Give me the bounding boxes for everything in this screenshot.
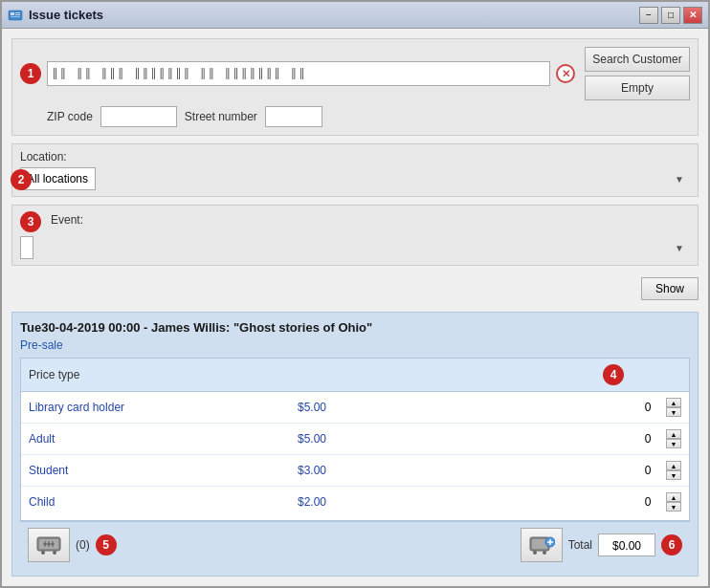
svg-point-7 bbox=[41, 551, 45, 555]
show-row: Show bbox=[11, 273, 699, 304]
location-label: Location: bbox=[20, 150, 690, 163]
main-content: 1 ✕ Search Customer Empty ZIP code Stree… bbox=[2, 29, 708, 586]
total-area: Total $0.00 6 bbox=[521, 528, 682, 562]
ticket-section: Tue30-04-2019 00:00 - James Willis: "Gho… bbox=[11, 312, 699, 577]
location-row: All locations ▼ 2 bbox=[20, 167, 690, 190]
empty-button[interactable]: Empty bbox=[585, 76, 690, 100]
right-buttons: Search Customer Empty bbox=[585, 47, 690, 100]
svg-rect-3 bbox=[15, 14, 20, 15]
event-title: Tue30-04-2019 00:00 - James Willis: "Gho… bbox=[20, 320, 690, 335]
clear-barcode-button[interactable]: ✕ bbox=[556, 64, 575, 83]
svg-rect-2 bbox=[15, 12, 20, 13]
cart-count: (0) bbox=[76, 538, 90, 552]
step-5-indicator: 5 bbox=[96, 534, 117, 555]
main-window: Issue tickets − □ ✕ 1 ✕ Search Customer … bbox=[0, 0, 710, 588]
quantity-up-button[interactable]: ▲ bbox=[666, 492, 681, 502]
quantity-up-button[interactable]: ▲ bbox=[666, 429, 681, 439]
location-dropdown-arrow: ▼ bbox=[675, 174, 684, 185]
event-dropdown-arrow: ▼ bbox=[675, 243, 684, 253]
window-icon bbox=[8, 8, 23, 23]
event-row: ▼ bbox=[20, 236, 690, 259]
quantity-down-button[interactable]: ▼ bbox=[666, 439, 681, 448]
quantity-value: 0 bbox=[633, 495, 662, 509]
price-amount: $3.00 bbox=[298, 464, 365, 477]
price-table-header: Price type 4 bbox=[21, 359, 689, 392]
price-row: Student $3.00 0 ▲ ▼ bbox=[21, 455, 689, 487]
price-name: Student bbox=[29, 464, 298, 477]
cart-area: (0) 5 bbox=[28, 528, 117, 562]
price-row: Library card holder $5.00 0 ▲ ▼ bbox=[21, 392, 689, 424]
event-section: 3 Event: ▼ bbox=[11, 205, 699, 266]
quantity-spinners: ▲ ▼ bbox=[666, 398, 681, 417]
event-dropdown[interactable] bbox=[20, 236, 33, 259]
barcode-row: 1 ✕ Search Customer Empty bbox=[20, 47, 690, 100]
price-name: Library card holder bbox=[29, 401, 298, 414]
event-dropdown-wrapper: ▼ bbox=[20, 236, 690, 259]
close-button[interactable]: ✕ bbox=[683, 7, 702, 24]
quantity-control: 0 ▲ ▼ bbox=[633, 461, 681, 480]
title-bar: Issue tickets − □ ✕ bbox=[2, 2, 708, 29]
barcode-input[interactable] bbox=[47, 61, 550, 86]
street-label: Street number bbox=[185, 110, 257, 123]
quantity-control: 0 ▲ ▼ bbox=[633, 429, 681, 448]
quantity-down-button[interactable]: ▼ bbox=[666, 470, 681, 480]
total-label: Total bbox=[568, 538, 592, 552]
title-controls: − □ ✕ bbox=[639, 7, 702, 24]
maximize-button[interactable]: □ bbox=[661, 7, 680, 24]
total-value: $0.00 bbox=[598, 534, 655, 556]
add-cart-icon bbox=[528, 534, 555, 556]
price-amount: $5.00 bbox=[298, 401, 365, 414]
search-customer-button[interactable]: Search Customer bbox=[585, 47, 690, 72]
price-amount: $5.00 bbox=[298, 432, 365, 446]
price-amount: $2.00 bbox=[298, 495, 365, 509]
minimize-button[interactable]: − bbox=[639, 7, 658, 24]
step-3-indicator: 3 bbox=[20, 211, 41, 232]
quantity-value: 0 bbox=[633, 432, 662, 446]
zip-label: ZIP code bbox=[47, 110, 93, 123]
event-label: Event: bbox=[51, 213, 83, 227]
svg-point-8 bbox=[53, 551, 56, 555]
presale-label: Pre-sale bbox=[20, 338, 690, 352]
title-bar-left: Issue tickets bbox=[8, 8, 103, 23]
zip-input[interactable] bbox=[100, 106, 177, 127]
view-cart-button[interactable] bbox=[28, 528, 70, 562]
step-1-indicator: 1 bbox=[20, 63, 41, 84]
add-to-cart-button[interactable] bbox=[521, 528, 563, 562]
show-button[interactable]: Show bbox=[641, 277, 699, 300]
quantity-value: 0 bbox=[633, 464, 662, 477]
quantity-up-button[interactable]: ▲ bbox=[666, 398, 681, 407]
step-4-indicator: 4 bbox=[603, 364, 624, 385]
quantity-value: 0 bbox=[633, 401, 662, 414]
quantity-down-button[interactable]: ▼ bbox=[666, 502, 681, 512]
top-section: 1 ✕ Search Customer Empty ZIP code Stree… bbox=[11, 38, 699, 136]
address-row: ZIP code Street number bbox=[20, 106, 690, 127]
location-section: Location: All locations ▼ 2 bbox=[11, 143, 699, 197]
price-name: Child bbox=[29, 495, 298, 509]
price-rows-container: Library card holder $5.00 0 ▲ ▼ Adult $5… bbox=[21, 392, 689, 517]
svg-rect-4 bbox=[11, 16, 20, 17]
price-row: Adult $5.00 0 ▲ ▼ bbox=[21, 424, 689, 455]
price-table: Price type 4 Library card holder $5.00 0… bbox=[20, 358, 690, 521]
window-title: Issue tickets bbox=[29, 8, 103, 22]
quantity-control: 0 ▲ ▼ bbox=[633, 398, 681, 417]
location-dropdown-wrapper: All locations ▼ bbox=[20, 167, 690, 190]
svg-rect-1 bbox=[11, 12, 14, 15]
step-6-indicator: 6 bbox=[661, 534, 682, 555]
svg-point-16 bbox=[543, 551, 546, 555]
quantity-up-button[interactable]: ▲ bbox=[666, 461, 681, 470]
event-label-row: 3 Event: bbox=[20, 211, 690, 232]
bottom-bar: (0) 5 Tot bbox=[20, 521, 690, 568]
step-2-indicator: 2 bbox=[11, 169, 32, 190]
cart-icon bbox=[35, 534, 62, 556]
quantity-down-button[interactable]: ▼ bbox=[666, 407, 681, 417]
price-type-header: Price type bbox=[29, 368, 545, 381]
quantity-control: 0 ▲ ▼ bbox=[633, 492, 681, 512]
quantity-spinners: ▲ ▼ bbox=[666, 461, 681, 480]
quantity-spinners: ▲ ▼ bbox=[666, 429, 681, 448]
street-input[interactable] bbox=[265, 106, 322, 127]
price-name: Adult bbox=[29, 432, 298, 446]
svg-point-15 bbox=[533, 551, 537, 555]
svg-rect-14 bbox=[532, 539, 547, 549]
price-row: Child $2.00 0 ▲ ▼ bbox=[21, 487, 689, 517]
quantity-spinners: ▲ ▼ bbox=[666, 492, 681, 512]
